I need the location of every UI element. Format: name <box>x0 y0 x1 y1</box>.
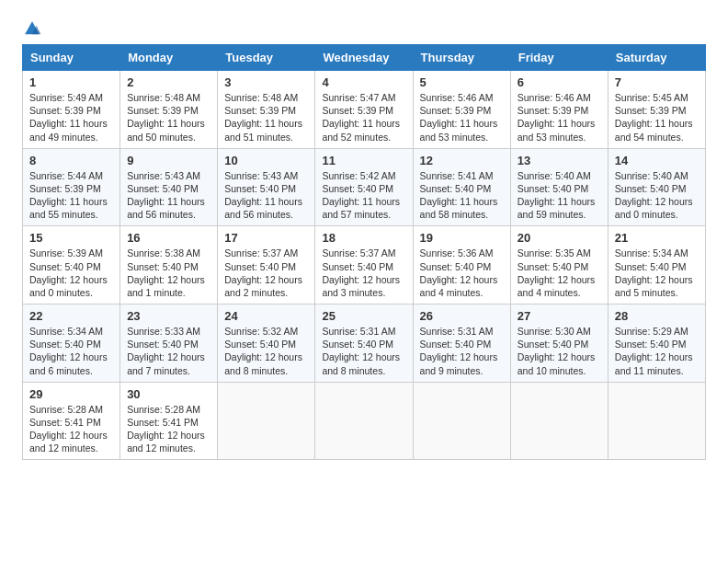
day-cell: 27 Sunrise: 5:30 AMSunset: 5:40 PMDaylig… <box>510 304 608 383</box>
day-number: 13 <box>518 154 601 167</box>
day-number: 19 <box>420 231 504 245</box>
weekday-header-wednesday: Wednesday <box>315 45 413 71</box>
day-cell: 22 Sunrise: 5:34 AMSunset: 5:40 PMDaylig… <box>23 304 120 383</box>
day-info: Sunrise: 5:31 AMSunset: 5:40 PMDaylight:… <box>420 326 498 376</box>
day-cell <box>608 382 705 460</box>
day-cell: 2 Sunrise: 5:48 AMSunset: 5:39 PMDayligh… <box>120 71 218 149</box>
day-info: Sunrise: 5:33 AMSunset: 5:40 PMDaylight:… <box>127 326 205 376</box>
week-row-2: 8 Sunrise: 5:44 AMSunset: 5:39 PMDayligh… <box>23 148 706 226</box>
day-info: Sunrise: 5:43 AMSunset: 5:40 PMDaylight:… <box>224 170 302 221</box>
weekday-header-sunday: Sunday <box>23 45 120 71</box>
day-info: Sunrise: 5:38 AMSunset: 5:40 PMDaylight:… <box>127 247 205 298</box>
day-number: 6 <box>518 75 601 89</box>
day-number: 14 <box>615 154 699 167</box>
day-info: Sunrise: 5:48 AMSunset: 5:39 PMDaylight:… <box>224 92 302 143</box>
day-info: Sunrise: 5:31 AMSunset: 5:40 PMDaylight:… <box>322 326 400 376</box>
day-number: 25 <box>322 309 405 323</box>
day-number: 26 <box>420 309 504 323</box>
day-info: Sunrise: 5:40 AMSunset: 5:40 PMDaylight:… <box>615 170 693 221</box>
day-number: 11 <box>322 154 405 167</box>
day-info: Sunrise: 5:35 AMSunset: 5:40 PMDaylight:… <box>518 247 596 298</box>
weekday-header-monday: Monday <box>120 45 218 71</box>
weekday-header-saturday: Saturday <box>608 45 705 71</box>
day-number: 17 <box>224 231 308 245</box>
day-cell: 30 Sunrise: 5:28 AMSunset: 5:41 PMDaylig… <box>120 382 218 460</box>
day-info: Sunrise: 5:28 AMSunset: 5:41 PMDaylight:… <box>127 404 205 454</box>
day-info: Sunrise: 5:44 AMSunset: 5:39 PMDaylight:… <box>29 170 108 221</box>
day-cell: 5 Sunrise: 5:46 AMSunset: 5:39 PMDayligh… <box>413 71 510 149</box>
day-info: Sunrise: 5:48 AMSunset: 5:39 PMDaylight:… <box>127 92 205 143</box>
day-info: Sunrise: 5:39 AMSunset: 5:40 PMDaylight:… <box>29 247 108 298</box>
day-cell: 6 Sunrise: 5:46 AMSunset: 5:39 PMDayligh… <box>510 71 608 149</box>
day-cell <box>315 382 413 460</box>
day-number: 2 <box>127 75 210 89</box>
day-cell: 29 Sunrise: 5:28 AMSunset: 5:41 PMDaylig… <box>23 382 120 460</box>
day-cell: 17 Sunrise: 5:37 AMSunset: 5:40 PMDaylig… <box>218 226 315 304</box>
weekday-header-friday: Friday <box>510 45 608 71</box>
day-number: 15 <box>29 231 113 245</box>
day-cell: 19 Sunrise: 5:36 AMSunset: 5:40 PMDaylig… <box>413 226 510 304</box>
day-info: Sunrise: 5:42 AMSunset: 5:40 PMDaylight:… <box>322 170 400 221</box>
weekday-header-row: SundayMondayTuesdayWednesdayThursdayFrid… <box>23 45 706 71</box>
day-info: Sunrise: 5:41 AMSunset: 5:40 PMDaylight:… <box>420 170 498 221</box>
day-cell <box>218 382 315 460</box>
day-info: Sunrise: 5:32 AMSunset: 5:40 PMDaylight:… <box>224 326 302 376</box>
day-cell: 15 Sunrise: 5:39 AMSunset: 5:40 PMDaylig… <box>23 226 120 304</box>
day-cell: 23 Sunrise: 5:33 AMSunset: 5:40 PMDaylig… <box>120 304 218 383</box>
day-cell: 8 Sunrise: 5:44 AMSunset: 5:39 PMDayligh… <box>23 148 120 226</box>
day-cell: 11 Sunrise: 5:42 AMSunset: 5:40 PMDaylig… <box>315 148 413 226</box>
day-cell <box>510 382 608 460</box>
day-number: 27 <box>518 309 601 323</box>
day-cell: 1 Sunrise: 5:49 AMSunset: 5:39 PMDayligh… <box>23 71 120 149</box>
day-info: Sunrise: 5:28 AMSunset: 5:41 PMDaylight:… <box>29 404 108 454</box>
week-row-1: 1 Sunrise: 5:49 AMSunset: 5:39 PMDayligh… <box>23 71 706 149</box>
day-number: 22 <box>29 309 113 323</box>
day-info: Sunrise: 5:36 AMSunset: 5:40 PMDaylight:… <box>420 247 498 298</box>
day-number: 7 <box>615 75 699 89</box>
day-cell <box>413 382 510 460</box>
day-number: 9 <box>127 154 210 167</box>
day-number: 29 <box>29 387 113 401</box>
day-info: Sunrise: 5:45 AMSunset: 5:39 PMDaylight:… <box>615 92 693 143</box>
day-cell: 13 Sunrise: 5:40 AMSunset: 5:40 PMDaylig… <box>510 148 608 226</box>
day-cell: 16 Sunrise: 5:38 AMSunset: 5:40 PMDaylig… <box>120 226 218 304</box>
day-info: Sunrise: 5:49 AMSunset: 5:39 PMDaylight:… <box>29 92 108 143</box>
day-cell: 21 Sunrise: 5:34 AMSunset: 5:40 PMDaylig… <box>608 226 705 304</box>
day-info: Sunrise: 5:46 AMSunset: 5:39 PMDaylight:… <box>420 92 498 143</box>
day-info: Sunrise: 5:29 AMSunset: 5:40 PMDaylight:… <box>615 326 693 376</box>
day-number: 4 <box>322 75 405 89</box>
day-info: Sunrise: 5:40 AMSunset: 5:40 PMDaylight:… <box>518 170 596 221</box>
day-cell: 10 Sunrise: 5:43 AMSunset: 5:40 PMDaylig… <box>218 148 315 226</box>
day-number: 16 <box>127 231 210 245</box>
page-header <box>22 18 706 39</box>
day-number: 20 <box>518 231 601 245</box>
day-cell: 7 Sunrise: 5:45 AMSunset: 5:39 PMDayligh… <box>608 71 705 149</box>
day-cell: 4 Sunrise: 5:47 AMSunset: 5:39 PMDayligh… <box>315 71 413 149</box>
week-row-3: 15 Sunrise: 5:39 AMSunset: 5:40 PMDaylig… <box>23 226 706 304</box>
day-cell: 25 Sunrise: 5:31 AMSunset: 5:40 PMDaylig… <box>315 304 413 383</box>
weekday-header-tuesday: Tuesday <box>218 45 315 71</box>
day-info: Sunrise: 5:30 AMSunset: 5:40 PMDaylight:… <box>518 326 596 376</box>
day-number: 21 <box>615 231 699 245</box>
day-info: Sunrise: 5:46 AMSunset: 5:39 PMDaylight:… <box>518 92 596 143</box>
day-number: 23 <box>127 309 210 323</box>
day-number: 18 <box>322 231 405 245</box>
day-cell: 3 Sunrise: 5:48 AMSunset: 5:39 PMDayligh… <box>218 71 315 149</box>
day-info: Sunrise: 5:37 AMSunset: 5:40 PMDaylight:… <box>322 247 400 298</box>
weekday-header-thursday: Thursday <box>413 45 510 71</box>
day-number: 3 <box>224 75 308 89</box>
week-row-5: 29 Sunrise: 5:28 AMSunset: 5:41 PMDaylig… <box>23 382 706 460</box>
day-number: 12 <box>420 154 504 167</box>
logo-icon <box>22 18 42 39</box>
calendar-table: SundayMondayTuesdayWednesdayThursdayFrid… <box>22 44 706 460</box>
day-info: Sunrise: 5:37 AMSunset: 5:40 PMDaylight:… <box>224 247 302 298</box>
day-number: 1 <box>29 75 113 89</box>
day-number: 10 <box>224 154 308 167</box>
day-cell: 26 Sunrise: 5:31 AMSunset: 5:40 PMDaylig… <box>413 304 510 383</box>
day-number: 24 <box>224 309 308 323</box>
week-row-4: 22 Sunrise: 5:34 AMSunset: 5:40 PMDaylig… <box>23 304 706 383</box>
day-info: Sunrise: 5:43 AMSunset: 5:40 PMDaylight:… <box>127 170 205 221</box>
day-cell: 18 Sunrise: 5:37 AMSunset: 5:40 PMDaylig… <box>315 226 413 304</box>
day-info: Sunrise: 5:34 AMSunset: 5:40 PMDaylight:… <box>615 247 693 298</box>
day-info: Sunrise: 5:34 AMSunset: 5:40 PMDaylight:… <box>29 326 108 376</box>
